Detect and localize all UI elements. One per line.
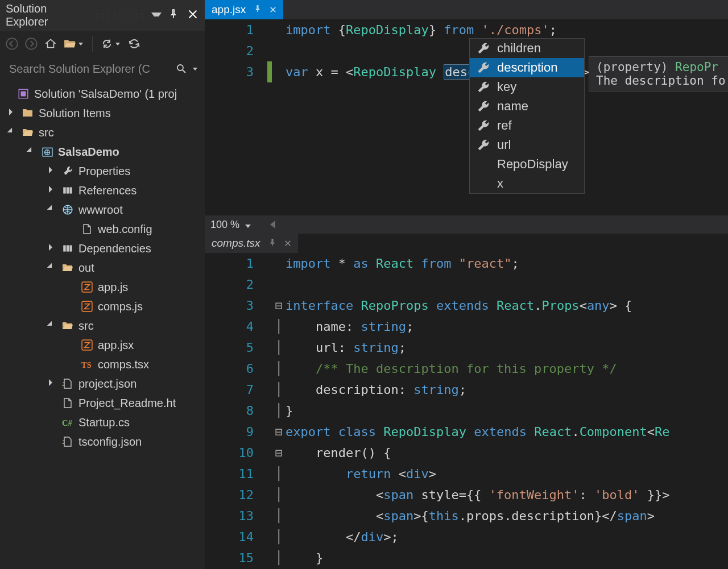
- file-icon: [81, 223, 93, 235]
- tree-tsconfig[interactable]: tsconfig.json: [0, 432, 205, 451]
- code-line[interactable]: 8│}: [205, 400, 728, 421]
- search-options-dropdown[interactable]: [190, 68, 200, 70]
- tree-compstsx[interactable]: comps.tsx: [0, 355, 205, 374]
- tree-out[interactable]: out: [0, 258, 205, 277]
- code-line[interactable]: 12│ <span style={{ 'fontWeight': 'bold' …: [205, 484, 728, 505]
- code-line[interactable]: 13│ <span>{this.props.description}</span…: [205, 505, 728, 526]
- autocomplete-item[interactable]: url: [470, 135, 584, 155]
- editor-bottom[interactable]: 1import * as React from "react";23⊟inter…: [205, 253, 728, 569]
- ts-icon: [81, 358, 93, 371]
- pin-icon[interactable]: [166, 8, 181, 23]
- wrench-icon: [61, 165, 74, 177]
- zoom-dropdown[interactable]: 100 %: [210, 219, 251, 231]
- tree-startup[interactable]: Startup.cs: [0, 413, 205, 432]
- autocomplete-item[interactable]: x: [470, 174, 584, 193]
- panel-title: Solution Explorer: [6, 2, 90, 28]
- solution-tree: Solution 'SalsaDemo' (1 proj Solution It…: [0, 81, 205, 569]
- autocomplete-item[interactable]: description: [470, 58, 584, 77]
- editor-area: app.jsx 1import {RepoDisplay} from './co…: [205, 0, 728, 569]
- pin-icon[interactable]: [268, 237, 276, 250]
- code-line[interactable]: 1import * as React from "react";: [205, 253, 728, 274]
- folder-icon: [61, 319, 74, 332]
- scroll-left-icon[interactable]: [270, 221, 275, 229]
- toolbar-divider: [92, 36, 93, 52]
- tree-properties[interactable]: Properties: [0, 161, 205, 181]
- search-input[interactable]: [8, 62, 173, 76]
- tree-webconfig[interactable]: web.config: [0, 219, 205, 239]
- tree-dependencies[interactable]: Dependencies: [0, 239, 205, 258]
- tree-src2[interactable]: src: [0, 316, 205, 335]
- folder-icon: [61, 261, 74, 274]
- code-line[interactable]: 11│ return <div>: [205, 463, 728, 484]
- code-line[interactable]: 10⊟ render() {: [205, 442, 728, 463]
- autocomplete-item[interactable]: ref: [470, 116, 584, 135]
- globe-icon: [61, 203, 74, 216]
- code-line[interactable]: 9⊟export class RepoDisplay extends React…: [205, 421, 728, 442]
- code-line[interactable]: 7│ description: string;: [205, 379, 728, 400]
- wrench-icon: [477, 61, 490, 74]
- home-button[interactable]: [41, 34, 60, 53]
- tree-src[interactable]: src: [0, 123, 205, 142]
- solution-explorer-header: Solution Explorer :::::::::: [0, 0, 205, 31]
- code-line[interactable]: 5│ url: string;: [205, 337, 728, 358]
- wrench-icon: [477, 119, 490, 132]
- autocomplete-popup: childrendescriptionkeynamerefurlRepoDisp…: [469, 38, 585, 194]
- tab-strip-bottom: comps.tsx: [205, 234, 728, 253]
- solution-explorer: Solution Explorer ::::::::: Solution 'S: [0, 0, 205, 569]
- search-button[interactable]: [173, 60, 190, 77]
- tab-strip-top: app.jsx: [205, 0, 728, 19]
- autocomplete-item[interactable]: RepoDisplay: [470, 155, 584, 174]
- dropdown-arrow[interactable]: [151, 13, 162, 19]
- tree-solution-root[interactable]: Solution 'SalsaDemo' (1 proj: [0, 84, 205, 103]
- open-folder-button[interactable]: [60, 34, 80, 53]
- code-line[interactable]: 14│ </div>;: [205, 526, 728, 547]
- code-line[interactable]: 1import {RepoDisplay} from './comps';: [205, 19, 728, 40]
- solution-icon: [17, 88, 30, 100]
- tree-appjs[interactable]: app.js: [0, 277, 205, 297]
- references-icon: [61, 184, 74, 197]
- js-icon: [81, 300, 93, 313]
- close-icon[interactable]: [284, 237, 291, 250]
- autocomplete-item[interactable]: name: [470, 97, 584, 116]
- wrench-icon: [477, 80, 490, 94]
- autocomplete-tooltip: ((property) RepoPrproperty) RepoPr The d…: [589, 56, 728, 92]
- wrench-icon: [477, 99, 490, 113]
- tree-wwwroot[interactable]: wwwroot: [0, 200, 205, 219]
- autocomplete-item[interactable]: key: [470, 77, 584, 97]
- tab-app-jsx[interactable]: app.jsx: [205, 0, 283, 19]
- code-line[interactable]: 4│ name: string;: [205, 316, 728, 337]
- folder-icon: [22, 107, 34, 119]
- editor-top[interactable]: 1import {RepoDisplay} from './comps';23v…: [205, 19, 728, 215]
- history-button[interactable]: [97, 34, 117, 53]
- tab-comps-tsx[interactable]: comps.tsx: [205, 234, 298, 253]
- tree-solution-items[interactable]: Solution Items: [0, 103, 205, 123]
- js-icon: [81, 281, 93, 293]
- folder-icon: [22, 126, 34, 139]
- code-line[interactable]: 15│ }: [205, 547, 728, 568]
- close-icon[interactable]: [270, 3, 276, 16]
- close-icon[interactable]: [185, 8, 200, 23]
- project-icon: [41, 146, 53, 158]
- file-icon: [61, 397, 74, 409]
- tree-project[interactable]: SalsaDemo: [0, 142, 205, 161]
- tree-compsjs[interactable]: comps.js: [0, 297, 205, 316]
- code-line[interactable]: 2: [205, 274, 728, 295]
- tree-readme[interactable]: Project_Readme.ht: [0, 393, 205, 413]
- autocomplete-item[interactable]: children: [470, 39, 584, 58]
- js-icon: [81, 339, 93, 351]
- grip-icon: :::::::::: [96, 11, 147, 20]
- zoom-bar: 100 %: [205, 215, 728, 234]
- solution-explorer-toolbar: [0, 31, 205, 57]
- tree-projectjson[interactable]: project.json: [0, 374, 205, 393]
- code-line[interactable]: 6│ /** The description for this property…: [205, 358, 728, 379]
- json-icon: [61, 435, 74, 448]
- wrench-icon: [477, 41, 490, 55]
- sync-button[interactable]: [125, 34, 144, 53]
- forward-button[interactable]: [22, 34, 41, 53]
- json-icon: [61, 377, 74, 390]
- tree-references[interactable]: References: [0, 181, 205, 200]
- tree-appjsx[interactable]: app.jsx: [0, 335, 205, 355]
- pin-icon[interactable]: [254, 3, 262, 16]
- code-line[interactable]: 3⊟interface RepoProps extends React.Prop…: [205, 295, 728, 316]
- back-button[interactable]: [2, 34, 22, 53]
